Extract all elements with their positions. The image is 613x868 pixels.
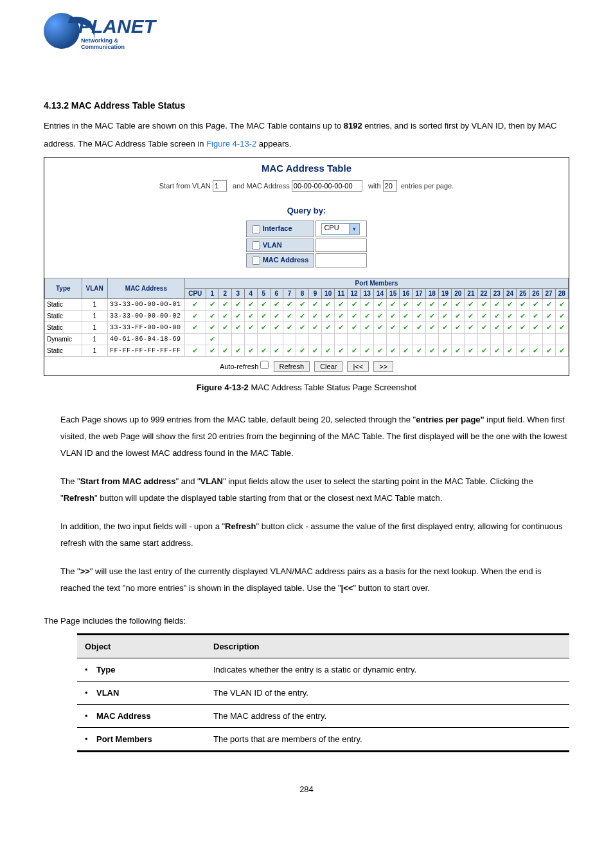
port-header: 27 <box>542 289 555 299</box>
figure-caption: Figure 4-13-2 MAC Address Table Status P… <box>44 383 569 392</box>
table-row: Dynamic140-61-86-04-18-69✔ <box>45 334 569 345</box>
table-row: Static133-33-FF-00-00-00✔✔✔✔✔✔✔✔✔✔✔✔✔✔✔✔… <box>45 322 569 334</box>
auto-refresh-checkbox[interactable] <box>260 361 269 369</box>
port-header: 13 <box>360 289 373 299</box>
port-header: 7 <box>283 289 296 299</box>
next-page-button[interactable]: >> <box>373 361 393 372</box>
query-by-table: Interface CPU▾ VLAN MAC Address <box>245 219 369 269</box>
screenshot-footer: Auto-refresh Refresh Clear |<< >> <box>44 357 569 375</box>
chevron-down-icon: ▾ <box>349 224 359 234</box>
fields-row: •TypeIndicates whether the entry is a st… <box>77 658 569 682</box>
fields-row: •VLANThe VLAN ID of the entry. <box>77 682 569 705</box>
table-row: Static133-33-00-00-00-02✔✔✔✔✔✔✔✔✔✔✔✔✔✔✔✔… <box>45 311 569 322</box>
port-header: 6 <box>270 289 283 299</box>
port-header: 24 <box>503 289 516 299</box>
brand-logo: PLANET Networking & Communication <box>44 13 569 49</box>
fields-header-description: Description <box>206 635 569 658</box>
start-vlan-input[interactable] <box>213 180 227 192</box>
query-mac-checkbox[interactable] <box>252 257 260 265</box>
port-header: 16 <box>400 289 413 299</box>
port-header: 19 <box>438 289 451 299</box>
query-interface-checkbox[interactable] <box>252 225 260 233</box>
screenshot-controls: Start from VLAN and MAC Address with ent… <box>44 180 569 202</box>
port-header: 4 <box>244 289 257 299</box>
query-interface-select[interactable]: CPU▾ <box>321 223 360 235</box>
brand-name: PLANET <box>78 15 155 37</box>
entries-per-page-input[interactable] <box>383 180 397 192</box>
fields-row: •Port MembersThe ports that are members … <box>77 728 569 752</box>
fields-row: •MAC AddressThe MAC address of the entry… <box>77 705 569 728</box>
port-header: 11 <box>335 289 348 299</box>
auto-refresh-label: Auto-refresh <box>220 363 269 370</box>
port-header: 10 <box>322 289 335 299</box>
port-header: 12 <box>348 289 360 299</box>
table-row: Static133-33-00-00-00-01✔✔✔✔✔✔✔✔✔✔✔✔✔✔✔✔… <box>45 299 569 311</box>
description-block: Each Page shows up to 999 entries from t… <box>60 411 569 597</box>
start-mac-input[interactable] <box>292 180 362 192</box>
port-header: 1 <box>206 289 218 299</box>
port-header: 3 <box>231 289 244 299</box>
port-header: 5 <box>257 289 270 299</box>
port-header: 21 <box>465 289 477 299</box>
fields-intro: The Page includes the following fields: <box>44 616 569 626</box>
port-header: 14 <box>373 289 386 299</box>
port-header: 15 <box>387 289 400 299</box>
query-by-title: Query by: <box>44 202 569 219</box>
port-header: 8 <box>296 289 308 299</box>
port-header: 9 <box>309 289 322 299</box>
port-header: 23 <box>490 289 503 299</box>
mac-address-table: Type VLAN MAC Address Port Members CPU12… <box>44 278 569 357</box>
page-number: 284 <box>44 784 569 794</box>
clear-button[interactable]: Clear <box>314 361 342 372</box>
port-header: 2 <box>218 289 231 299</box>
intro-paragraph: Entries in the MAC Table are shown on th… <box>44 117 569 153</box>
fields-table: Object Description •TypeIndicates whethe… <box>77 633 569 752</box>
refresh-button[interactable]: Refresh <box>274 361 310 372</box>
section-heading: 4.13.2 MAC Address Table Status <box>44 100 569 111</box>
port-header: 18 <box>425 289 438 299</box>
first-page-button[interactable]: |<< <box>347 361 369 372</box>
screenshot-title: MAC Address Table <box>44 158 569 180</box>
port-header: 26 <box>529 289 542 299</box>
mac-table-screenshot: MAC Address Table Start from VLAN and MA… <box>44 157 569 376</box>
port-header: 28 <box>555 289 568 299</box>
figure-link: Figure 4-13-2 <box>206 139 256 149</box>
port-header: 22 <box>477 289 490 299</box>
query-vlan-checkbox[interactable] <box>252 241 260 249</box>
port-header: 25 <box>517 289 529 299</box>
fields-header-object: Object <box>77 635 206 658</box>
brand-tagline: Networking & Communication <box>81 37 152 50</box>
port-header: 20 <box>452 289 465 299</box>
table-row: Static1FF-FF-FF-FF-FF-FF✔✔✔✔✔✔✔✔✔✔✔✔✔✔✔✔… <box>45 345 569 357</box>
port-header: 17 <box>413 289 425 299</box>
